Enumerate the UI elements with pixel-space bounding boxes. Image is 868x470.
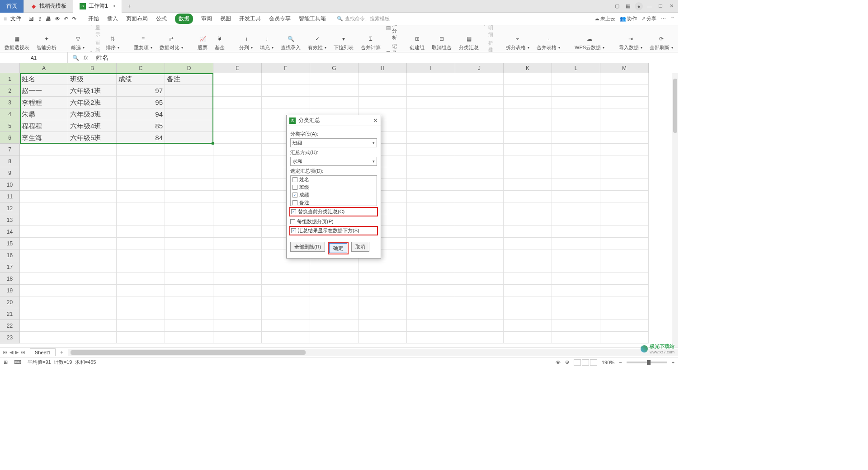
wps-cloud-button[interactable]: ☁WPS云数据	[573, 26, 606, 51]
cell-C7[interactable]	[117, 144, 165, 155]
cell-E17[interactable]	[213, 261, 262, 273]
status-mode-icon[interactable]: ⊞	[4, 359, 8, 365]
cell-H2[interactable]	[359, 85, 407, 97]
cancel-button[interactable]: 取消	[351, 242, 369, 252]
cell-K12[interactable]	[504, 202, 552, 214]
cell-K11[interactable]	[504, 191, 552, 202]
grid-apps-icon[interactable]: ▦	[624, 2, 632, 10]
cell-E15[interactable]	[213, 238, 262, 249]
cell-K22[interactable]	[504, 320, 552, 332]
item-备注[interactable]: 备注	[291, 199, 377, 206]
cell-L20[interactable]	[552, 296, 600, 308]
cell-E14[interactable]	[213, 226, 262, 238]
cell-M19[interactable]	[600, 285, 649, 296]
ungroup-button[interactable]: ⊟取消组合	[430, 26, 453, 51]
stock-button[interactable]: 📈股票	[196, 26, 209, 51]
cell-A23[interactable]	[20, 332, 68, 343]
cell-E2[interactable]	[213, 85, 262, 97]
cell-G22[interactable]	[310, 320, 359, 332]
cell-M7[interactable]	[600, 144, 649, 155]
cell-J21[interactable]	[455, 308, 504, 320]
cell-K1[interactable]	[504, 73, 552, 85]
cell-J16[interactable]	[455, 249, 504, 261]
cell-D23[interactable]	[165, 332, 213, 343]
cell-E18[interactable]	[213, 273, 262, 285]
vertical-scrollbar[interactable]	[672, 73, 678, 347]
cell-H18[interactable]	[359, 273, 407, 285]
cell-K15[interactable]	[504, 238, 552, 249]
cell-F19[interactable]	[262, 285, 310, 296]
cell-M20[interactable]	[600, 296, 649, 308]
cell-E19[interactable]	[213, 285, 262, 296]
undo-icon[interactable]: ↶	[64, 16, 68, 22]
sheet-tab-1[interactable]: Sheet1	[30, 348, 56, 356]
cell-A5[interactable]: 程程程	[20, 120, 68, 132]
cell-F21[interactable]	[262, 308, 310, 320]
col-header-A[interactable]: A	[20, 63, 68, 73]
cell-M1[interactable]	[600, 73, 649, 85]
cell-C6[interactable]: 84	[117, 132, 165, 144]
cell-F20[interactable]	[262, 296, 310, 308]
fill-button[interactable]: ↓填充	[258, 26, 275, 51]
cell-M3[interactable]	[600, 97, 649, 108]
cell-K20[interactable]	[504, 296, 552, 308]
cell-B8[interactable]	[68, 155, 117, 167]
cell-A14[interactable]	[20, 226, 68, 238]
cell-B6[interactable]: 六年级5班	[68, 132, 117, 144]
cell-D4[interactable]	[165, 108, 213, 120]
method-combo[interactable]: 求和	[290, 157, 377, 166]
sheet-nav-last[interactable]: ⏭	[20, 349, 25, 355]
cell-K3[interactable]	[504, 97, 552, 108]
cell-D5[interactable]	[165, 120, 213, 132]
col-header-E[interactable]: E	[213, 63, 262, 73]
item-班级[interactable]: 班级	[291, 183, 377, 191]
cell-M21[interactable]	[600, 308, 649, 320]
cell-L12[interactable]	[552, 202, 600, 214]
cell-E20[interactable]	[213, 296, 262, 308]
cell-K7[interactable]	[504, 144, 552, 155]
cell-L21[interactable]	[552, 308, 600, 320]
import-data-button[interactable]: ⇥导入数据	[617, 26, 644, 51]
cell-B18[interactable]	[68, 273, 117, 285]
cell-A11[interactable]	[20, 191, 68, 202]
row-header-23[interactable]: 23	[0, 332, 20, 343]
tab-templates[interactable]: ◆ 找稻壳模板	[24, 0, 73, 13]
cell-C3[interactable]: 95	[117, 97, 165, 108]
menu-view[interactable]: 视图	[220, 15, 231, 23]
col-header-J[interactable]: J	[455, 63, 504, 73]
cell-M6[interactable]	[600, 132, 649, 144]
cell-M15[interactable]	[600, 238, 649, 249]
cell-J23[interactable]	[455, 332, 504, 343]
cell-M23[interactable]	[600, 332, 649, 343]
cell-D17[interactable]	[165, 261, 213, 273]
cell-E10[interactable]	[213, 179, 262, 191]
menu-smart-toolbox[interactable]: 智能工具箱	[299, 15, 326, 23]
cell-J8[interactable]	[455, 155, 504, 167]
cell-E8[interactable]	[213, 155, 262, 167]
col-header-L[interactable]: L	[552, 63, 600, 73]
col-header-G[interactable]: G	[310, 63, 359, 73]
cell-K9[interactable]	[504, 167, 552, 179]
cell-D2[interactable]	[165, 85, 213, 97]
dropdown-list-button[interactable]: ▾下拉列表	[332, 26, 355, 51]
cell-F22[interactable]	[262, 320, 310, 332]
cell-E6[interactable]	[213, 132, 262, 144]
row-header-10[interactable]: 10	[0, 179, 20, 191]
cell-M17[interactable]	[600, 261, 649, 273]
cell-L16[interactable]	[552, 249, 600, 261]
cell-I5[interactable]	[407, 120, 455, 132]
command-search[interactable]: 🔍 查找命令、搜索模板	[337, 15, 390, 22]
cell-G23[interactable]	[310, 332, 359, 343]
hscroll-thumb[interactable]	[71, 350, 306, 355]
cell-M8[interactable]	[600, 155, 649, 167]
column-headers[interactable]: ABCDEFGHIJKLM	[20, 63, 672, 73]
cell-A15[interactable]	[20, 238, 68, 249]
cell-J1[interactable]	[455, 73, 504, 85]
cell-J5[interactable]	[455, 120, 504, 132]
save-icon[interactable]: 🖫	[28, 16, 34, 22]
cell-J20[interactable]	[455, 296, 504, 308]
cell-C4[interactable]: 94	[117, 108, 165, 120]
cell-F3[interactable]	[262, 97, 310, 108]
cell-E1[interactable]	[213, 73, 262, 85]
cell-L22[interactable]	[552, 320, 600, 332]
